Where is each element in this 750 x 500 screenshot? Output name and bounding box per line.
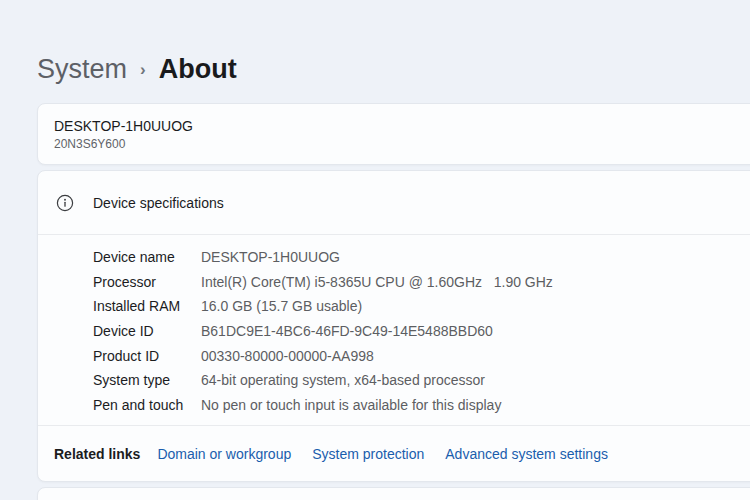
- spec-value: 00330-80000-00000-AA998: [201, 348, 374, 364]
- link-system-protection[interactable]: System protection: [312, 446, 424, 462]
- spec-label: Installed RAM: [93, 298, 201, 314]
- related-links-row: Related links Domain or workgroup System…: [38, 427, 750, 481]
- chevron-right-icon: ›: [140, 60, 146, 80]
- info-icon: [56, 194, 74, 212]
- spec-row-installed-ram: Installed RAM 16.0 GB (15.7 GB usable): [38, 294, 750, 319]
- spec-value: DESKTOP-1H0UUOG: [201, 249, 340, 265]
- breadcrumb: System › About: [37, 50, 237, 88]
- spec-label: Product ID: [93, 348, 201, 364]
- spec-label: Processor: [93, 274, 201, 290]
- spec-label: Device ID: [93, 323, 201, 339]
- specs-rows: Device name DESKTOP-1H0UUOG Processor In…: [38, 235, 750, 417]
- spec-value: 16.0 GB (15.7 GB usable): [201, 298, 362, 314]
- device-name-text: DESKTOP-1H0UUOG: [54, 117, 750, 136]
- spec-label: Device name: [93, 249, 201, 265]
- settings-page-system-about: System › About DESKTOP-1H0UUOG 20N3S6Y60…: [0, 0, 750, 500]
- page-title-about: About: [159, 50, 237, 88]
- related-links-label: Related links: [54, 446, 140, 462]
- spec-row-system-type: System type 64-bit operating system, x64…: [38, 368, 750, 393]
- spec-value: No pen or touch input is available for t…: [201, 397, 501, 413]
- spec-label: System type: [93, 372, 201, 388]
- spec-row-device-name: Device name DESKTOP-1H0UUOG: [38, 245, 750, 270]
- divider: [38, 425, 750, 426]
- link-domain-or-workgroup[interactable]: Domain or workgroup: [157, 446, 291, 462]
- device-specifications-card: Device specifications Device name DESKTO…: [37, 170, 750, 482]
- spec-row-processor: Processor Intel(R) Core(TM) i5-8365U CPU…: [38, 270, 750, 295]
- next-section-card-partial: [37, 487, 750, 500]
- spec-value: B61DC9E1-4BC6-46FD-9C49-14E5488BBD60: [201, 323, 493, 339]
- spec-value: 64-bit operating system, x64-based proce…: [201, 372, 485, 388]
- device-specifications-header: Device specifications: [38, 171, 750, 234]
- spec-row-device-id: Device ID B61DC9E1-4BC6-46FD-9C49-14E548…: [38, 319, 750, 344]
- breadcrumb-system[interactable]: System: [37, 50, 127, 88]
- link-advanced-system-settings[interactable]: Advanced system settings: [445, 446, 608, 462]
- device-name-card: DESKTOP-1H0UUOG 20N3S6Y600: [37, 103, 750, 165]
- spec-row-pen-and-touch: Pen and touch No pen or touch input is a…: [38, 393, 750, 418]
- device-specifications-title: Device specifications: [93, 195, 224, 211]
- device-model-text: 20N3S6Y600: [54, 136, 750, 152]
- spec-row-product-id: Product ID 00330-80000-00000-AA998: [38, 343, 750, 368]
- spec-value: Intel(R) Core(TM) i5-8365U CPU @ 1.60GHz…: [201, 274, 553, 290]
- spec-label: Pen and touch: [93, 397, 201, 413]
- related-links: Domain or workgroup System protection Ad…: [157, 446, 608, 462]
